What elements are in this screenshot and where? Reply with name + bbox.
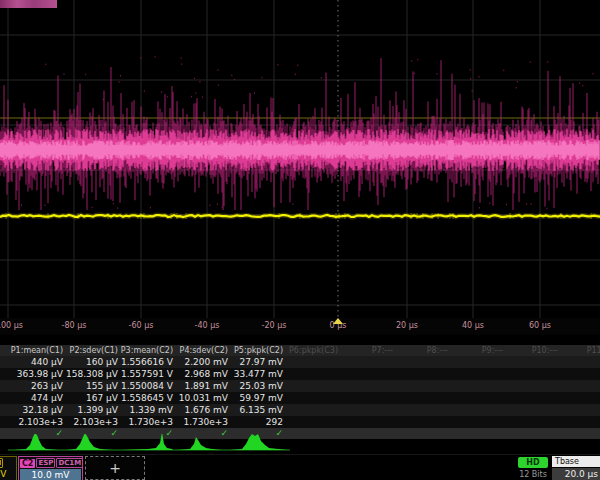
table-cell: 1.557591 V <box>120 368 173 380</box>
table-header-cell[interactable]: P7:--- <box>340 345 393 356</box>
table-header-cell[interactable]: P3:mean(C2) <box>120 345 173 356</box>
table-row: 474 µV167 µV1.558645 V10.031 mV59.97 mV <box>0 392 600 404</box>
table-cell: 1.730e+3 <box>175 416 228 428</box>
x-axis-label: -40 µs <box>195 321 220 330</box>
table-header-cell[interactable]: P1:mean(C1) <box>10 345 63 356</box>
tbase-value: 20.0 µs <box>552 468 600 480</box>
adc-bits-label: 12 Bits <box>515 470 551 479</box>
table-cell: 1.339 mV <box>120 404 173 416</box>
table-cell: 263 µV <box>10 380 63 392</box>
channel-descriptor-c2[interactable]: C2 ESPDC1M 10.0 mV <box>18 456 83 480</box>
table-cell: 1.676 mV <box>175 404 228 416</box>
table-cell: 1.399 µV <box>65 404 118 416</box>
table-row: 32.18 µV1.399 µV1.339 mV1.676 mV6.135 mV <box>0 404 600 416</box>
channel-option-badge: DC1M <box>56 458 83 468</box>
table-cell: 292 <box>230 416 283 428</box>
table-cell: 1.891 mV <box>175 380 228 392</box>
table-cell: 6.135 mV <box>230 404 283 416</box>
x-axis: -100 µs-80 µs-60 µs-40 µs-20 µs0 µs20 µs… <box>0 318 600 335</box>
table-cell: 59.97 mV <box>230 392 283 404</box>
table-header-cell[interactable]: P8:--- <box>395 345 448 356</box>
table-cell: 32.18 µV <box>10 404 63 416</box>
table-cell: 2.200 mV <box>175 356 228 368</box>
x-axis-label: 60 µs <box>529 321 551 330</box>
coupling-badge-c1: DC1M <box>0 458 3 468</box>
histicon <box>122 434 173 450</box>
table-cell: 167 µV <box>65 392 118 404</box>
table-cell: 27.97 mV <box>230 356 283 368</box>
grid-area <box>0 0 600 318</box>
table-header-cell[interactable]: P6:pkpk(C3) <box>285 345 338 356</box>
hd-badge: HD <box>518 457 548 468</box>
tbase-descriptor[interactable]: Tbase <box>552 456 600 467</box>
table-cell: 440 µV <box>10 356 63 368</box>
channel-badge-c2: C2 <box>20 459 35 468</box>
x-axis-label: -80 µs <box>62 321 87 330</box>
table-header-cell[interactable]: P10:--- <box>505 345 558 356</box>
table-cell: 2.103e+3 <box>65 416 118 428</box>
table-cell: 10.031 mV <box>175 392 228 404</box>
table-cell: 1.730e+3 <box>120 416 173 428</box>
table-header-cell[interactable]: P4:sdev(C2) <box>175 345 228 356</box>
table-row: 363.98 µV158.308 µV1.557591 V2.968 mV33.… <box>0 368 600 380</box>
histicon <box>14 434 58 450</box>
table-cell: 1.558645 V <box>120 392 173 404</box>
histicon <box>66 434 112 450</box>
bottom-toolbar: C1 DC1M 10.0 mV C2 ESPDC1M 10.0 mV + HD … <box>0 454 600 480</box>
plus-icon: + <box>109 460 121 476</box>
measure-table-header: P1:mean(C1)P2:sdev(C1)P3:mean(C2)P4:sdev… <box>0 345 600 356</box>
x-axis-label: 20 µs <box>396 321 418 330</box>
table-cell: 474 µV <box>10 392 63 404</box>
waveform-svg <box>0 0 600 318</box>
x-axis-label: -20 µs <box>262 321 287 330</box>
channel-option-badge: ESP <box>36 458 55 468</box>
add-trace-button[interactable]: + <box>85 456 145 480</box>
x-axis-label: 40 µs <box>462 321 484 330</box>
table-cell: 1.550084 V <box>120 380 173 392</box>
table-row: 263 µV155 µV1.550084 V1.891 mV25.03 mV <box>0 380 600 392</box>
table-cell: 2.968 mV <box>175 368 228 380</box>
histicon <box>230 434 288 450</box>
table-cell: 158.308 µV <box>65 368 118 380</box>
table-header-cell[interactable]: P9:--- <box>450 345 503 356</box>
table-header-cell[interactable]: P2:sdev(C1) <box>65 345 118 356</box>
top-left-tag <box>0 0 57 8</box>
x-axis-label: -60 µs <box>129 321 154 330</box>
trigger-time-marker[interactable] <box>333 318 343 324</box>
table-cell: 25.03 mV <box>230 380 283 392</box>
table-cell: 155 µV <box>65 380 118 392</box>
table-header-cell[interactable]: P5:pkpk(C2) <box>230 345 283 356</box>
table-cell: 363.98 µV <box>10 368 63 380</box>
table-cell: 33.477 mV <box>230 368 283 380</box>
histicon-row <box>0 434 600 454</box>
table-cell: 2.103e+3 <box>10 416 63 428</box>
histicon <box>176 437 222 450</box>
table-cell: 1.556616 V <box>120 356 173 368</box>
channel-scale-c2: 10.0 mV <box>20 469 81 480</box>
table-row: 2.103e+32.103e+31.730e+31.730e+3292 <box>0 416 600 428</box>
table-header-cell[interactable]: P11:--- <box>560 345 600 356</box>
x-axis-label: -100 µs <box>0 321 23 330</box>
table-cell: 160 µV <box>65 356 118 368</box>
channel-descriptor-c1[interactable]: C1 DC1M 10.0 mV <box>0 456 17 480</box>
channel-scale-c1: 10.0 mV <box>0 468 16 480</box>
table-row: 440 µV160 µV1.556616 V2.200 mV27.97 mV <box>0 356 600 368</box>
